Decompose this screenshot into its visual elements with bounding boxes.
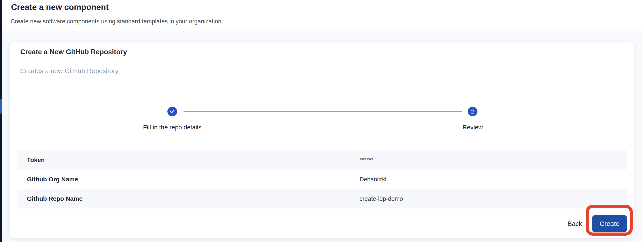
sidebar-active-indicator[interactable] bbox=[0, 99, 2, 114]
card-subtitle: Creates a new GitHub Repository bbox=[20, 67, 118, 75]
row-value: Debanitrkl bbox=[360, 176, 386, 183]
row-value: ****** bbox=[360, 157, 374, 164]
table-row-repo-name: Github Repo Name create-idp-demo bbox=[16, 189, 627, 209]
table-row-org-name: Github Org Name Debanitrkl bbox=[16, 170, 627, 189]
create-button[interactable]: Create bbox=[592, 215, 627, 232]
row-label: Token bbox=[27, 156, 44, 164]
step-2-indicator[interactable]: 2 bbox=[468, 107, 478, 116]
table-row-token: Token ****** bbox=[16, 150, 627, 170]
sidebar-strip bbox=[0, 0, 2, 242]
step-2-number: 2 bbox=[471, 108, 474, 115]
row-label: Github Org Name bbox=[27, 176, 78, 183]
row-label: Github Repo Name bbox=[27, 195, 82, 202]
page-subtitle: Create new software components using sta… bbox=[10, 18, 222, 25]
review-table: Token ****** Github Org Name Debanitrkl … bbox=[16, 150, 627, 209]
row-value: create-idp-demo bbox=[360, 196, 403, 202]
back-button[interactable]: Back bbox=[558, 215, 592, 232]
step-1-indicator[interactable] bbox=[168, 107, 177, 116]
template-card: Create a New GitHub Repository Creates a… bbox=[10, 42, 634, 238]
page-header: Create a new component Create new softwa… bbox=[0, 0, 644, 31]
stepper-connector bbox=[184, 111, 462, 112]
step-2-label: Review bbox=[462, 124, 483, 131]
card-title: Create a New GitHub Repository bbox=[20, 48, 127, 56]
page-title: Create a new component bbox=[11, 3, 109, 12]
check-icon bbox=[170, 109, 175, 114]
scrollbar-track[interactable] bbox=[643, 31, 644, 242]
step-1-label: Fill in the repo details bbox=[143, 124, 202, 131]
